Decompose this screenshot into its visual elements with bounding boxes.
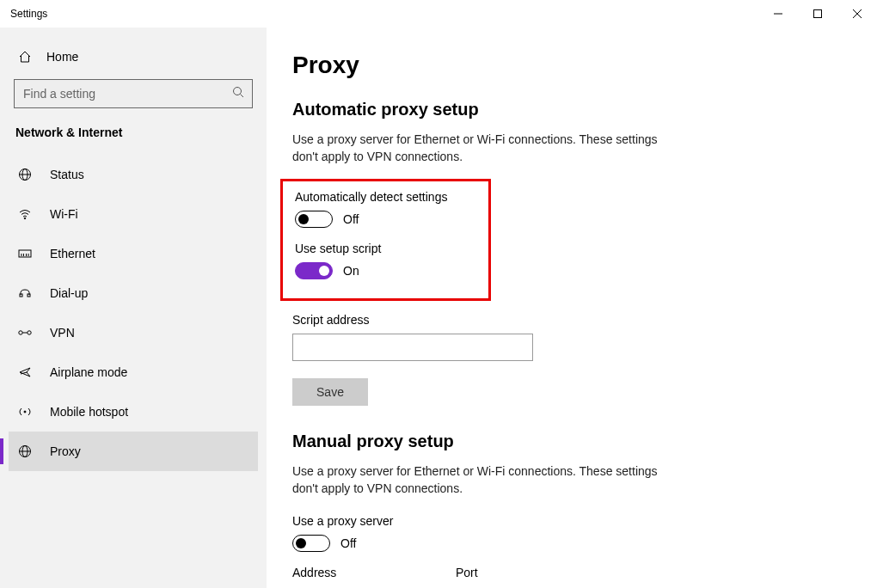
sidebar-item-label: Mobile hotspot: [50, 405, 128, 419]
sidebar-item-airplane[interactable]: Airplane mode: [9, 352, 258, 392]
sidebar-item-label: Status: [50, 168, 84, 181]
sidebar-item-label: VPN: [50, 326, 75, 340]
dialup-icon: [15, 286, 34, 300]
main-panel: Proxy Automatic proxy setup Use a proxy …: [267, 28, 877, 588]
sidebar-item-label: Airplane mode: [50, 365, 127, 379]
script-address-label: Script address: [292, 313, 843, 327]
highlight-annotation: Automatically detect settings Off Use se…: [280, 179, 491, 301]
svg-point-9: [24, 217, 26, 219]
hotspot-icon: [15, 405, 34, 419]
close-icon: [853, 9, 862, 18]
settings-window: Settings Home: [0, 0, 877, 588]
use-script-state: On: [343, 264, 359, 278]
use-proxy-state: Off: [340, 536, 356, 550]
save-button[interactable]: Save: [292, 378, 368, 406]
sidebar: Home Network & Internet Status Wi-Fi: [0, 28, 267, 588]
search-box[interactable]: [14, 79, 253, 108]
window-controls: [758, 0, 877, 28]
home-label: Home: [46, 50, 78, 64]
sidebar-item-proxy[interactable]: Proxy: [9, 432, 258, 471]
search-input[interactable]: [14, 79, 253, 108]
globe-icon: [15, 168, 34, 181]
svg-point-18: [28, 331, 31, 334]
ethernet-icon: [15, 247, 34, 260]
maximize-icon: [813, 9, 822, 18]
sidebar-item-label: Proxy: [50, 444, 81, 458]
auto-detect-state: Off: [343, 212, 359, 226]
search-icon: [232, 86, 244, 101]
sidebar-item-vpn[interactable]: VPN: [9, 313, 258, 352]
close-button[interactable]: [837, 0, 877, 28]
sidebar-item-label: Dial-up: [50, 286, 88, 300]
manual-address-label: Address: [292, 566, 430, 579]
svg-point-20: [24, 411, 26, 413]
proxy-icon: [15, 444, 34, 458]
auto-setup-heading: Automatic proxy setup: [292, 100, 843, 119]
airplane-icon: [15, 365, 34, 379]
minimize-button[interactable]: [758, 0, 798, 28]
home-icon: [15, 50, 34, 64]
auto-setup-desc: Use a proxy server for Ethernet or Wi-Fi…: [292, 132, 662, 165]
use-proxy-toggle[interactable]: [292, 535, 330, 552]
minimize-icon: [774, 9, 782, 18]
sidebar-item-status[interactable]: Status: [9, 155, 258, 194]
titlebar: Settings: [0, 0, 877, 28]
svg-point-17: [19, 331, 22, 334]
svg-rect-10: [19, 250, 31, 257]
sidebar-item-dialup[interactable]: Dial-up: [9, 273, 258, 313]
script-address-input[interactable]: [292, 334, 533, 361]
content-area: Home Network & Internet Status Wi-Fi: [0, 28, 877, 588]
sidebar-item-label: Ethernet: [50, 247, 95, 260]
auto-detect-label: Automatically detect settings: [295, 190, 476, 204]
manual-port-label: Port: [456, 566, 478, 579]
svg-rect-16: [28, 294, 30, 297]
wifi-icon: [15, 207, 34, 221]
sidebar-item-hotspot[interactable]: Mobile hotspot: [9, 392, 258, 432]
sidebar-home[interactable]: Home: [9, 43, 258, 70]
page-title: Proxy: [292, 52, 843, 79]
manual-setup-heading: Manual proxy setup: [292, 432, 843, 451]
sidebar-section-heading: Network & Internet: [9, 126, 258, 155]
svg-point-4: [234, 88, 242, 95]
maximize-button[interactable]: [798, 0, 837, 28]
svg-line-5: [241, 95, 244, 98]
svg-rect-15: [20, 294, 22, 297]
sidebar-item-wifi[interactable]: Wi-Fi: [9, 194, 258, 234]
auto-detect-toggle[interactable]: [295, 211, 333, 228]
vpn-icon: [15, 326, 34, 340]
window-title: Settings: [10, 8, 47, 20]
manual-setup-desc: Use a proxy server for Ethernet or Wi-Fi…: [292, 463, 662, 497]
use-proxy-label: Use a proxy server: [292, 514, 843, 528]
use-script-toggle[interactable]: [295, 262, 333, 279]
svg-rect-1: [814, 10, 822, 18]
sidebar-item-ethernet[interactable]: Ethernet: [9, 234, 258, 273]
sidebar-item-label: Wi-Fi: [50, 207, 78, 221]
use-script-label: Use setup script: [295, 242, 476, 255]
